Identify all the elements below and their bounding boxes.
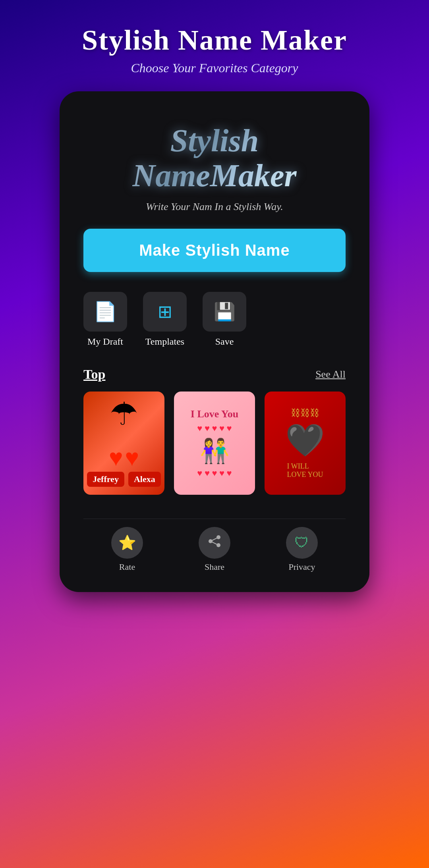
rate-label: Rate	[119, 562, 135, 572]
privacy-nav-item[interactable]: 🛡 Privacy	[278, 527, 326, 572]
save-label: Save	[215, 336, 234, 347]
svg-line-4	[211, 541, 218, 545]
save-icon-box: 💾	[203, 292, 246, 332]
name-alexa: Alexa	[128, 472, 161, 487]
app-subtitle: Choose Your Favorites Category	[82, 61, 347, 75]
rate-icon-circle: ⭐	[111, 527, 143, 559]
heart-icon-2: ♥	[125, 444, 139, 472]
save-button[interactable]: 💾 Save	[203, 292, 246, 347]
my-draft-icon-box: 📄	[83, 292, 127, 332]
card-love-you[interactable]: I Love You ♥ ♥ ♥ ♥ ♥ 👫 ♥ ♥ ♥ ♥ ♥	[174, 392, 255, 495]
logo-tagline: Write Your Nam In a Stylish Way.	[146, 201, 283, 213]
name-jeffrey: Jeffrey	[87, 472, 124, 487]
share-nav-item[interactable]: Share	[191, 527, 238, 572]
see-all-button[interactable]: See All	[315, 368, 346, 380]
shield-icon: 🛡	[295, 534, 309, 551]
share-icon-circle	[199, 527, 230, 559]
heart-deco-2: ♥ ♥ ♥ ♥ ♥	[197, 468, 232, 478]
top-section-title: Top	[83, 367, 105, 382]
my-draft-button[interactable]: 📄 My Draft	[83, 292, 127, 347]
save-icon: 💾	[214, 301, 236, 322]
logo-line1: Stylish	[170, 123, 259, 158]
logo-line2: NameMaker	[132, 158, 296, 193]
share-icon	[207, 534, 222, 552]
templates-button[interactable]: ⊞ Templates	[143, 292, 187, 347]
heart-deco-1: ♥ ♥ ♥ ♥ ♥	[197, 423, 232, 434]
phone-frame: Stylish NameMaker Write Your Nam In a St…	[60, 91, 369, 592]
love-you-text: I Love You	[191, 408, 238, 420]
cards-row: ☂ ♥ ♥ Jeffrey Alexa I Love You ♥ ♥ ♥ ♥ ♥…	[83, 392, 346, 495]
svg-line-3	[211, 537, 218, 541]
share-label: Share	[205, 562, 224, 572]
locket-text: I WILLLOVE YOU	[287, 462, 323, 479]
top-section-header: Top See All	[83, 367, 346, 382]
umbrella-icon: ☂	[110, 395, 138, 432]
card-jeffrey-alexa[interactable]: ☂ ♥ ♥ Jeffrey Alexa	[83, 392, 164, 495]
privacy-icon-circle: 🛡	[286, 527, 318, 559]
action-row: 📄 My Draft ⊞ Templates 💾 Save	[83, 292, 346, 347]
card-locket[interactable]: ⛓⛓⛓ 🖤 I WILLLOVE YOU	[265, 392, 346, 495]
privacy-label: Privacy	[288, 562, 315, 572]
make-stylish-name-button[interactable]: Make Stylish Name	[83, 229, 346, 272]
templates-icon: ⊞	[158, 301, 172, 322]
logo-text: Stylish NameMaker	[132, 123, 296, 193]
couple-icon: 👫	[200, 437, 230, 465]
rate-nav-item[interactable]: ⭐ Rate	[103, 527, 151, 572]
templates-label: Templates	[145, 336, 184, 347]
draft-icon: 📄	[93, 301, 117, 323]
templates-icon-box: ⊞	[143, 292, 187, 332]
bottom-nav: ⭐ Rate Share 🛡	[83, 519, 346, 576]
header-section: Stylish Name Maker Choose Your Favorites…	[82, 24, 347, 75]
locket-icon: 🖤	[285, 422, 325, 459]
heart-icon-1: ♥	[109, 444, 123, 472]
my-draft-label: My Draft	[87, 336, 123, 347]
hearts-row: ♥ ♥	[109, 444, 139, 472]
app-title: Stylish Name Maker	[82, 24, 347, 57]
star-icon: ⭐	[118, 534, 136, 551]
chain-icon: ⛓⛓⛓	[291, 407, 319, 419]
name-labels: Jeffrey Alexa	[87, 472, 160, 487]
logo-area: Stylish NameMaker Write Your Nam In a St…	[83, 111, 346, 213]
